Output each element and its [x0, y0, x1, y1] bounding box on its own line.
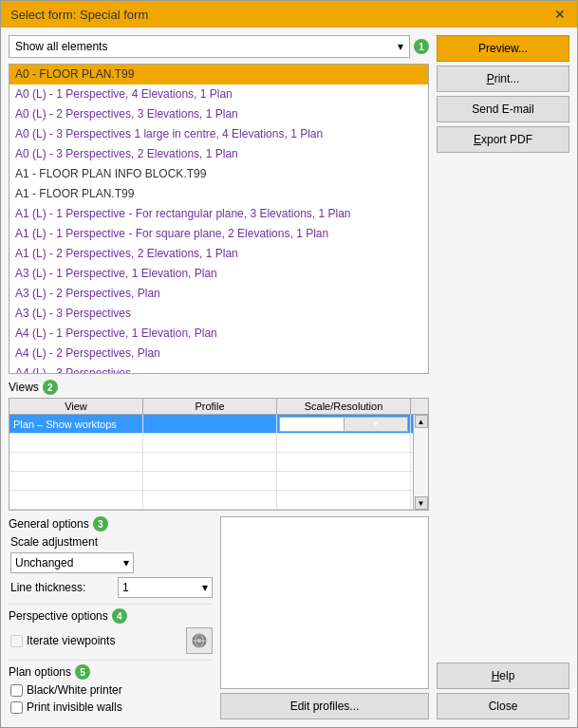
profile-cell [143, 491, 277, 509]
form-list-item[interactable]: A0 - FLOOR PLAN.T99 [9, 65, 428, 84]
iterate-checkbox[interactable] [10, 635, 23, 647]
dialog-close-button[interactable]: Close [437, 693, 569, 719]
form-list-item[interactable]: A3 (L) - 3 Perspectives [9, 304, 428, 324]
line-thickness-label: Line thickness: [10, 581, 85, 594]
profile-cell [143, 415, 277, 433]
views-scrollbar[interactable]: ▲ ▼ [413, 415, 428, 510]
plan-options-badge: 5 [75, 664, 90, 680]
form-list-item[interactable]: A0 (L) - 3 Perspectives, 2 Elevations, 1… [9, 144, 428, 164]
col-profile: Profile [143, 399, 277, 414]
form-list-item[interactable]: A4 (L) - 2 Perspectives, Plan [9, 344, 428, 364]
scale-value: Unchanged [15, 556, 73, 569]
general-options-label: General options [9, 517, 89, 531]
views-table: View Profile Scale/Resolution Plan – Sho… [9, 398, 429, 511]
perspective-settings-icon[interactable] [186, 627, 213, 654]
invisible-walls-row: Print invisible walls [10, 700, 213, 714]
form-list[interactable]: A0 - FLOOR PLAN.T99A0 (L) - 1 Perspectiv… [9, 64, 429, 374]
views-table-row[interactable] [9, 491, 428, 510]
views-badge: 2 [43, 380, 58, 395]
print-button[interactable]: Print... [437, 65, 569, 92]
form-list-item[interactable]: A0 (L) - 1 Perspective, 4 Elevations, 1 … [9, 84, 428, 104]
form-list-item[interactable]: A0 (L) - 3 Perspectives 1 large in centr… [9, 124, 428, 144]
col-view: View [9, 399, 143, 414]
plan-options-title: Plan options 5 [9, 664, 213, 680]
views-table-row[interactable] [9, 453, 428, 472]
scale-adjustment-row: Scale adjustment [10, 535, 213, 549]
main-content: Show all elements ▾ 1 A0 - FLOOR PLAN.T9… [1, 28, 577, 727]
form-list-item[interactable]: A1 (L) - 2 Perspectives, 2 Elevations, 1… [9, 244, 428, 264]
form-list-item[interactable]: A3 (L) - 1 Perspective, 1 Elevation, Pla… [9, 264, 428, 284]
perspective-options-group: Perspective options 4 Iterate viewpoints [9, 608, 213, 654]
bottom-section: General options 3 Scale adjustment Uncha… [9, 516, 429, 719]
bottom-right-area: Edit profiles... [220, 516, 429, 719]
form-list-item[interactable]: A0 (L) - 2 Perspectives, 3 Elevations, 1… [9, 104, 428, 124]
options-panel: General options 3 Scale adjustment Uncha… [9, 516, 213, 719]
iterate-row: Iterate viewpoints [10, 627, 213, 654]
views-table-header: View Profile Scale/Resolution [9, 399, 428, 415]
preview-box [220, 516, 429, 689]
form-list-item[interactable]: A4 (L) - 3 Perspectives [9, 364, 428, 374]
scroll-track [414, 428, 428, 496]
invisible-walls-checkbox[interactable] [10, 701, 23, 714]
form-list-item[interactable]: A1 (L) - 1 Perspective - For square plan… [9, 224, 428, 244]
scale-arrow-icon[interactable]: ▾ [344, 418, 408, 431]
scale-dropdown[interactable]: Unchanged ▾ [10, 552, 134, 573]
export-pdf-button[interactable]: Export PDF [437, 126, 569, 153]
perspective-options-badge: 4 [112, 608, 127, 624]
view-cell [9, 491, 143, 509]
scale-arrow-icon: ▾ [123, 556, 129, 569]
close-icon[interactable]: ✕ [552, 7, 568, 22]
scale-resolution-dropdown[interactable]: Fit to frame▾ [279, 417, 408, 432]
scale-cell: Fit to frame▾ [277, 415, 411, 433]
form-list-item[interactable]: A1 - FLOOR PLAN INFO BLOCK.T99 [9, 164, 428, 184]
profile-cell [143, 472, 277, 490]
scale-select-row: Unchanged ▾ [10, 552, 213, 573]
general-options-badge: 3 [93, 516, 108, 532]
views-table-row[interactable] [9, 472, 428, 491]
view-cell: Plan – Show worktops [9, 415, 143, 433]
form-list-item[interactable]: A1 (L) - 1 Perspective - For rectangular… [9, 204, 428, 224]
scroll-up-icon[interactable]: ▲ [415, 415, 428, 428]
dialog-title: Select form: Special form [10, 8, 148, 22]
divider-2 [9, 660, 213, 661]
col-scale: Scale/Resolution [277, 399, 411, 414]
form-list-item[interactable]: A3 (L) - 2 Perspectives, Plan [9, 284, 428, 304]
line-thickness-arrow-icon: ▾ [202, 581, 208, 594]
line-thickness-value: 1 [122, 581, 129, 594]
view-cell [9, 434, 143, 452]
views-table-body: Plan – Show worktopsFit to frame▾ ▲ ▼ [9, 415, 428, 510]
views-label: Views [9, 381, 39, 394]
send-email-button[interactable]: Send E-mail [437, 96, 569, 122]
scale-cell [277, 491, 411, 509]
view-cell [9, 472, 143, 490]
filter-dropdown[interactable]: Show all elements ▾ [9, 35, 410, 58]
views-table-row[interactable]: Plan – Show worktopsFit to frame▾ [9, 415, 428, 434]
invisible-walls-label: Print invisible walls [27, 700, 122, 714]
general-options-title: General options 3 [9, 516, 213, 532]
bw-printer-label: Black/White printer [27, 683, 122, 697]
plan-options-label: Plan options [9, 665, 71, 679]
scroll-down-icon[interactable]: ▼ [415, 496, 428, 510]
print-label: Print... [487, 72, 520, 85]
form-list-item[interactable]: A1 - FLOOR PLAN.T99 [9, 184, 428, 204]
bw-printer-row: Black/White printer [10, 683, 213, 697]
preview-button[interactable]: Preview... [437, 35, 569, 62]
profile-cell [143, 434, 277, 452]
dropdown-arrow-icon: ▾ [398, 40, 403, 53]
svg-point-3 [197, 639, 201, 643]
views-section: Views 2 View Profile Scale/Resolution Pl… [9, 380, 429, 511]
views-header: Views 2 [9, 380, 429, 395]
spacer [437, 157, 569, 659]
filter-badge: 1 [414, 39, 429, 54]
help-label: Help [492, 669, 515, 682]
edit-profiles-button[interactable]: Edit profiles... [220, 693, 429, 719]
dialog: Select form: Special form ✕ Show all ele… [0, 0, 578, 728]
bw-printer-checkbox[interactable] [10, 684, 23, 697]
form-list-item[interactable]: A4 (L) - 1 Perspective, 1 Elevation, Pla… [9, 324, 428, 344]
export-pdf-label: Export PDF [474, 133, 532, 146]
col-scroll [411, 399, 428, 414]
help-button[interactable]: Help [437, 663, 569, 689]
views-table-row[interactable] [9, 434, 428, 453]
divider-1 [9, 604, 213, 605]
line-thickness-dropdown[interactable]: 1 ▾ [118, 577, 213, 598]
